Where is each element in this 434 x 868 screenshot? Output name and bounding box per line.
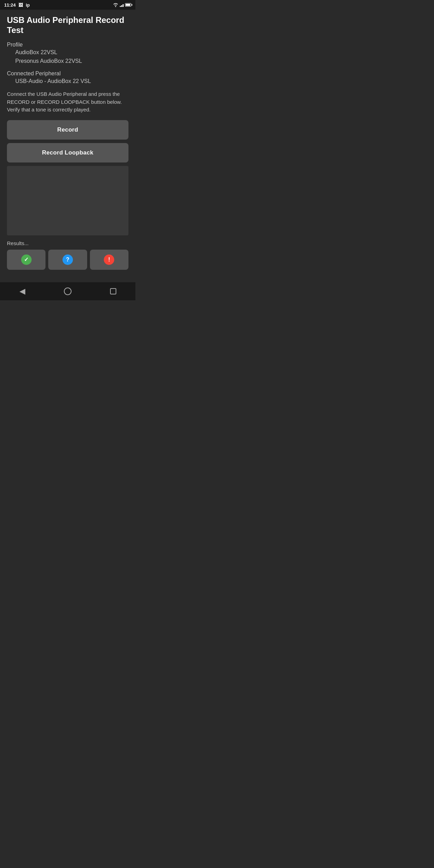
- peripheral-section: Connected Peripheral USB-Audio - AudioBo…: [7, 70, 128, 86]
- result-buttons: ✓ ? !: [7, 250, 128, 270]
- home-icon: [64, 287, 72, 295]
- image-icon: 🖼: [18, 2, 23, 8]
- bottom-nav: ◀: [0, 282, 135, 300]
- wifi-icon: [113, 3, 118, 7]
- ip-label: ip: [26, 2, 30, 8]
- home-button[interactable]: [57, 285, 78, 298]
- page-title: USB Audio Peripheral Record Test: [7, 15, 128, 35]
- question-icon: ?: [62, 254, 73, 265]
- record-button[interactable]: Record: [7, 120, 128, 140]
- exclamation-icon: !: [104, 254, 114, 265]
- recents-button[interactable]: [103, 285, 123, 297]
- profile-section: Profile AudioBox 22VSL Presonus AudioBox…: [7, 42, 128, 66]
- status-left: 11:24 🖼 ip: [4, 2, 30, 8]
- profile-label: Profile: [7, 42, 128, 48]
- signal-bars-icon: [120, 3, 124, 7]
- connected-peripheral-value: USB-Audio - AudioBox 22 VSL: [7, 77, 128, 86]
- profile-name: AudioBox 22VSL: [7, 48, 128, 57]
- status-icons: [113, 3, 131, 7]
- fail-button[interactable]: !: [90, 250, 128, 270]
- pass-button[interactable]: ✓: [7, 250, 45, 270]
- info-button[interactable]: ?: [48, 250, 87, 270]
- record-loopback-button[interactable]: Record Loopback: [7, 143, 128, 162]
- main-content: USB Audio Peripheral Record Test Profile…: [0, 10, 135, 282]
- profile-detail: Presonus AudioBox 22VSL: [7, 57, 128, 66]
- output-area: [7, 166, 128, 235]
- back-button[interactable]: ◀: [12, 284, 32, 299]
- recents-icon: [110, 288, 116, 294]
- battery-icon: [125, 3, 131, 7]
- status-time: 11:24: [4, 2, 16, 8]
- status-bar: 11:24 🖼 ip: [0, 0, 135, 10]
- results-label: Results...: [7, 240, 128, 246]
- connected-peripheral-label: Connected Peripheral: [7, 70, 128, 77]
- back-icon: ◀: [19, 287, 25, 296]
- check-icon: ✓: [21, 254, 32, 265]
- description-text: Connect the USB Audio Peripheral and pre…: [7, 90, 128, 114]
